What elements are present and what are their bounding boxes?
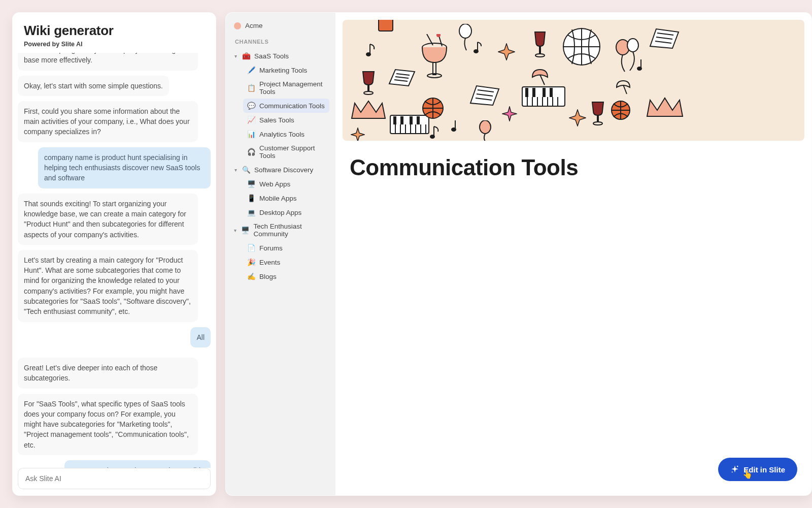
channel-emoji: 🖊️ (247, 66, 255, 74)
svg-rect-49 (532, 88, 535, 97)
sparkle-icon (351, 128, 365, 141)
paper-icon (466, 83, 502, 108)
balloon-icon (457, 24, 473, 52)
channel-item[interactable]: 📱Mobile Apps (243, 191, 329, 205)
user-message: as many subcategories as can be possible (64, 460, 211, 468)
svg-point-9 (364, 91, 373, 94)
channel-item[interactable]: 📈Sales Tools (243, 113, 329, 127)
channel-label: Blogs (259, 273, 277, 280)
svg-rect-33 (410, 116, 413, 124)
user-message: All (190, 327, 211, 347)
ai-message: Great! Let's dive deeper into each of th… (18, 358, 198, 389)
balloon-icon (478, 120, 493, 141)
workspace-switcher[interactable]: Acme (232, 21, 329, 39)
wiki-generator-panel: Wiki generator Powered by Slite AI that … (12, 12, 216, 496)
edit-in-slite-button[interactable]: Edit in Slite (718, 458, 797, 481)
music-note-icon (430, 125, 441, 140)
channel-label: Web Apps (259, 180, 290, 188)
svg-rect-15 (539, 46, 541, 54)
document-area: Communication Tools Edit in Slite 👆 (335, 13, 811, 495)
music-note-icon (451, 119, 461, 133)
channel-emoji: 🧰 (242, 52, 250, 60)
basketball-icon (611, 100, 631, 120)
channel-label: Communication Tools (259, 102, 325, 110)
svg-point-16 (535, 54, 545, 57)
svg-point-13 (366, 52, 371, 56)
channel-item[interactable]: 🖊️Marketing Tools (243, 63, 329, 77)
paper-icon (386, 67, 418, 89)
svg-rect-8 (367, 85, 369, 92)
sparkle-icon (730, 465, 739, 474)
svg-rect-3 (433, 62, 436, 75)
channel-item[interactable]: 🎉Events (243, 255, 329, 269)
music-note-icon (366, 43, 377, 57)
chat-title: Wiki generator (24, 23, 205, 39)
wine-icon (589, 100, 606, 125)
chat-input[interactable] (18, 468, 211, 489)
channel-emoji: 🖥️ (247, 180, 255, 188)
channel-label: Marketing Tools (259, 67, 307, 74)
sparkle-icon (498, 43, 515, 60)
channel-label: Customer Support Tools (259, 144, 325, 160)
channel-emoji: 📊 (247, 130, 255, 138)
channel-group[interactable]: ▾🔍Software Discovery (232, 163, 329, 177)
sidebar-section-label: CHANNELS (232, 39, 329, 49)
channel-emoji: 🖥️ (241, 226, 249, 234)
channel-emoji: 💬 (247, 102, 255, 110)
chevron-down-icon: ▾ (233, 167, 238, 173)
channel-emoji: 📈 (247, 116, 255, 124)
ai-message: Let's start by creating a main category … (18, 250, 198, 322)
channel-emoji: 📄 (247, 244, 255, 252)
channel-emoji: 📱 (247, 194, 255, 202)
workspace-card: Acme CHANNELS ▾🧰SaaS Tools🖊️Marketing To… (225, 12, 812, 496)
channel-emoji: 🔍 (242, 166, 250, 174)
svg-point-19 (627, 39, 638, 52)
channel-item[interactable]: 🎧Customer Support Tools (243, 141, 329, 163)
svg-point-58 (473, 49, 479, 53)
svg-rect-51 (550, 88, 553, 97)
svg-point-59 (451, 128, 456, 132)
user-message: company name is product hunt specialisin… (38, 147, 211, 188)
music-note-icon (637, 58, 647, 72)
svg-rect-31 (393, 116, 396, 124)
channel-group[interactable]: ▾🖥️Tech Enthusiast Community (232, 219, 329, 241)
svg-point-60 (637, 67, 642, 71)
svg-point-61 (737, 466, 738, 467)
paper-icon (646, 26, 682, 51)
svg-rect-0 (379, 20, 393, 31)
chevron-down-icon: ▾ (233, 53, 238, 59)
svg-point-36 (480, 120, 491, 134)
chat-stream[interactable]: that will help organize your company's k… (13, 53, 216, 468)
channel-item[interactable]: 🖥️Web Apps (243, 177, 329, 191)
chat-input-wrap (13, 468, 216, 495)
channel-emoji: ✍️ (247, 272, 255, 280)
umbrella-icon (531, 69, 549, 86)
svg-rect-34 (417, 116, 420, 124)
svg-point-62 (732, 471, 733, 472)
wine-icon (531, 31, 549, 58)
ai-message: That sounds exciting! To start organizin… (18, 194, 198, 245)
ai-message: that will help organize your company's k… (18, 53, 198, 71)
ai-message: First, could you share some information … (18, 101, 198, 142)
channel-item[interactable]: 📊Analytics Tools (243, 127, 329, 141)
channel-item[interactable]: ✍️Blogs (243, 269, 329, 283)
channel-group[interactable]: ▾🧰SaaS Tools (232, 49, 329, 63)
wine-icon (360, 70, 377, 95)
channel-label: Software Discovery (254, 166, 313, 174)
crown-icon (645, 96, 685, 119)
channel-label: Analytics Tools (259, 131, 304, 138)
channel-item[interactable]: 📋Project Management Tools (243, 77, 329, 99)
sidebar: Acme CHANNELS ▾🧰SaaS Tools🖊️Marketing To… (226, 13, 335, 495)
channel-item[interactable]: 💬Communication Tools (243, 99, 329, 113)
svg-point-54 (593, 122, 602, 125)
crown-icon (350, 99, 387, 121)
document-banner (343, 20, 804, 141)
ai-message: Okay, let's start with some simple quest… (18, 76, 169, 96)
drink-box-icon (376, 20, 396, 35)
channel-item[interactable]: 💻Desktop Apps (243, 205, 329, 219)
edit-button-label: Edit in Slite (743, 465, 785, 474)
sparkle-icon (569, 109, 586, 126)
workspace-name: Acme (245, 22, 263, 29)
svg-point-6 (436, 34, 441, 37)
channel-item[interactable]: 📄Forums (243, 241, 329, 255)
